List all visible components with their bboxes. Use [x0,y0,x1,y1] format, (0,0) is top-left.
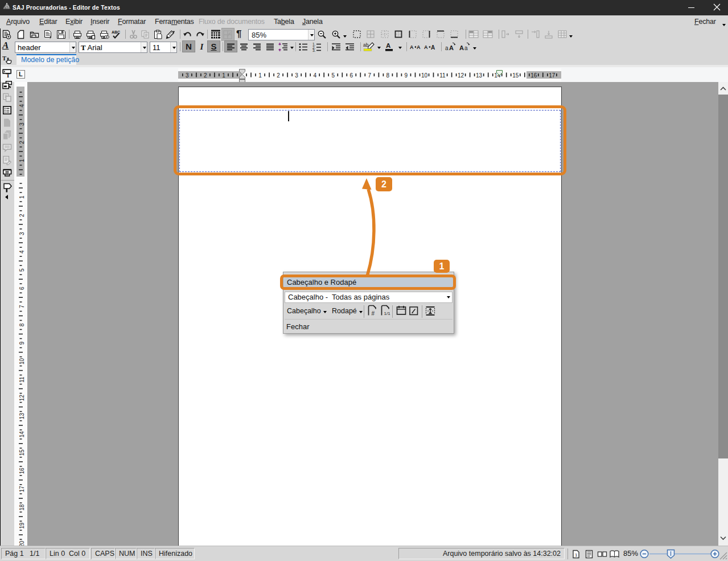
svg-text:3: 3 [295,72,298,79]
svg-text:ab: ab [363,42,369,48]
svg-text:a: a [464,45,468,51]
svg-text:8: 8 [19,323,25,326]
svg-text:3: 3 [19,122,25,126]
svg-text:4: 4 [19,104,25,108]
svg-text:12: 12 [19,395,25,402]
svg-text:7: 7 [19,305,25,308]
svg-text:13: 13 [19,413,25,420]
svg-text:3.: 3. [312,48,316,52]
svg-text:2: 2 [19,141,25,144]
svg-text:5: 5 [19,268,25,272]
svg-text:13: 13 [476,72,483,79]
svg-text:17: 17 [19,486,25,493]
svg-text:A: A [386,42,390,49]
svg-text:a: a [445,45,449,51]
svg-text:4: 4 [313,72,316,79]
svg-text:A: A [459,44,464,51]
svg-text:9: 9 [405,72,408,79]
svg-text:1: 1 [222,72,225,79]
svg-text:1: 1 [19,195,25,199]
svg-text:10: 10 [421,72,428,79]
svg-text:15: 15 [19,449,25,456]
svg-text:A: A [410,44,414,50]
svg-text:A: A [424,44,428,50]
svg-text:6: 6 [350,72,353,79]
svg-text:A: A [417,44,421,50]
svg-text:6: 6 [19,286,25,290]
svg-text:2: 2 [204,72,207,79]
svg-text:A: A [449,44,454,51]
svg-text:15: 15 [512,72,519,79]
svg-text:7: 7 [368,72,372,79]
svg-text:A: A [431,44,435,51]
svg-text:2: 2 [277,72,280,79]
svg-text:3: 3 [186,72,189,79]
svg-text:19: 19 [19,522,25,529]
svg-text:14: 14 [19,431,25,438]
svg-text:4: 4 [19,250,25,253]
svg-text:17: 17 [549,72,556,79]
svg-text:T: T [2,55,6,62]
svg-text:#: # [372,310,375,317]
svg-text:16: 16 [19,468,25,474]
svg-text:1: 1 [19,159,25,162]
svg-text:18: 18 [19,504,25,511]
svg-text:3: 3 [19,232,25,235]
svg-text:12: 12 [458,72,464,79]
svg-text:11: 11 [19,376,25,383]
svg-text:2: 2 [19,214,25,217]
svg-text:1/1: 1/1 [384,311,391,316]
svg-text:11: 11 [439,72,446,79]
svg-text:8: 8 [386,72,390,79]
svg-text:T: T [6,72,10,77]
svg-text:9: 9 [19,341,25,345]
svg-text:10: 10 [19,358,25,365]
svg-text:20: 20 [19,540,25,546]
svg-text:1: 1 [575,552,578,558]
svg-text:1: 1 [258,72,262,79]
svg-text:16: 16 [530,72,537,79]
svg-text:5: 5 [331,72,335,79]
